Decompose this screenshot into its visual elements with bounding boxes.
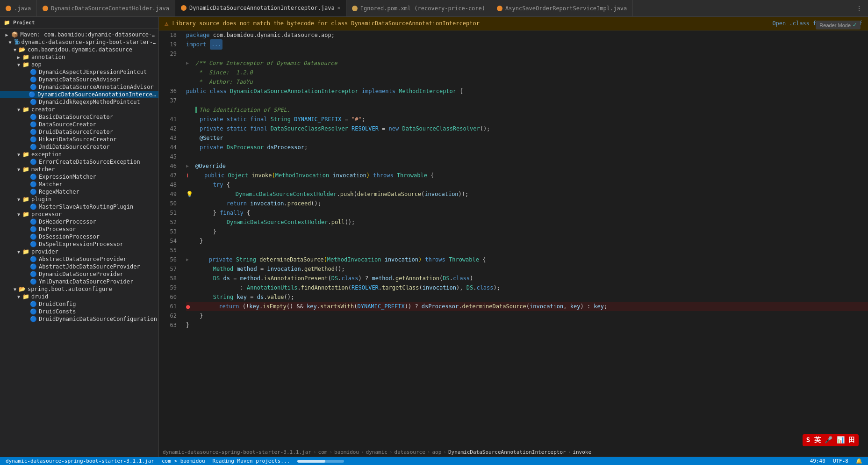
tree-item-maven[interactable]: ▶ 📦 Maven: com.baomidou:dynamic-datasour… xyxy=(0,31,158,38)
tree-item-expr-matcher[interactable]: 🔵 ExpressionMatcher xyxy=(0,173,158,181)
status-jar[interactable]: dynamic-datasource-spring-boot-starter-3… xyxy=(6,458,154,464)
java-class-icon: 🔵 xyxy=(30,241,37,247)
expand-arrow-icon: ▶ xyxy=(15,55,22,60)
tree-item-label: aop xyxy=(31,61,42,68)
tree-item-plugin[interactable]: ▼ 📁 plugin xyxy=(0,196,158,203)
java-class-icon: 🔵 xyxy=(30,308,37,315)
tree-item-matcher[interactable]: ▼ 📁 matcher xyxy=(0,166,158,173)
tree-item-processor[interactable]: ▼ 📁 processor xyxy=(0,211,158,218)
code-line-43: @Setter xyxy=(186,133,868,143)
tree-item-package-main[interactable]: ▼ 📂 com.baomidou.dynamic.datasource xyxy=(0,46,158,53)
reader-mode-button[interactable]: Reader Mode ✓ xyxy=(816,21,861,29)
tab-label: AsyncSaveOrderReportServiceImpl.java xyxy=(505,5,627,12)
tree-item-class-advisor1[interactable]: 🔵 DynamicDataSourceAdvisor xyxy=(0,76,158,83)
tree-item-label: exception xyxy=(31,151,62,158)
tree-item-datasource-creator[interactable]: 🔵 DataSourceCreator xyxy=(0,121,158,128)
tree-item-label: DruidDataSourceCreator xyxy=(39,129,113,135)
tab-overflow-icon[interactable]: ⋮ xyxy=(854,4,864,13)
expand-arrow-icon: ▼ xyxy=(15,152,22,157)
tree-item-abstract-jdbc-provider[interactable]: 🔵 AbstractJdbcDataSourceProvider xyxy=(0,263,158,270)
tree-item-yml-provider[interactable]: 🔵 YmlDynamicDataSourceProvider xyxy=(0,278,158,285)
code-line-empty xyxy=(186,49,868,58)
status-encoding[interactable]: UTF-8 xyxy=(833,458,848,464)
expand-arrow-icon: ▶ xyxy=(3,32,10,37)
breadcrumb-jar[interactable]: dynamic-datasource-spring-boot-starter-3… xyxy=(163,449,311,455)
tab-context-holder[interactable]: DynamicDataSourceContextHolder.java xyxy=(37,0,175,16)
status-right: 49:40 UTF-8 🔔 xyxy=(810,458,862,464)
tab-annotation-interceptor[interactable]: DynamicDataSourceAnnotationInterceptor.j… xyxy=(175,0,346,16)
tree-item-label: DruidConsts xyxy=(39,308,76,315)
tree-item-abstract-provider[interactable]: 🔵 AbstractDataSourceProvider xyxy=(0,255,158,263)
tree-item-dynamic-provider[interactable]: 🔵 DynamicDataSourceProvider xyxy=(0,270,158,278)
tree-item-label: HikariDataSourceCreator xyxy=(39,136,116,143)
breadcrumb-method[interactable]: invoke xyxy=(573,449,591,455)
code-content[interactable]: package com.baomidou.dynamic.datasource.… xyxy=(182,30,868,448)
breadcrumb-class[interactable]: DynamicDataSourceAnnotationInterceptor xyxy=(448,449,566,455)
tree-item-label: DynamicDataSourceAnnotationInterceptor xyxy=(37,91,158,98)
tree-item-basic-creator[interactable]: 🔵 BasicDataSourceCreator xyxy=(0,113,158,121)
tree-item-regex-matcher[interactable]: 🔵 RegexMatcher xyxy=(0,188,158,196)
editor-content[interactable]: 18 19 29 36 37 41 42 43 44 45 46 47 48 4… xyxy=(159,30,868,448)
folder-icon: 📁 xyxy=(22,61,29,68)
tab-java-icon xyxy=(43,6,48,11)
code-line-empty xyxy=(186,96,868,105)
tree-item-druid-consts[interactable]: 🔵 DruidConsts xyxy=(0,308,158,315)
tab-label: DynamicDataSourceContextHolder.java xyxy=(51,5,169,12)
status-path[interactable]: com > baomidou xyxy=(162,458,205,464)
tree-item-ds-header-processor[interactable]: 🔵 DsHeaderProcessor xyxy=(0,218,158,225)
expand-arrow-icon: ▼ xyxy=(15,249,22,254)
tree-item-exception[interactable]: ▼ 📁 exception xyxy=(0,151,158,158)
tree-item-creator[interactable]: ▼ 📁 creator xyxy=(0,106,158,113)
tree-item-label: DsHeaderProcessor xyxy=(39,218,96,225)
tree-item-hikari-creator[interactable]: 🔵 HikariDataSourceCreator xyxy=(0,136,158,143)
java-class-icon: 🔵 xyxy=(30,226,37,232)
status-notifications[interactable]: 🔔 xyxy=(856,458,862,464)
status-progress-bar xyxy=(297,460,344,463)
tree-item-error-exception[interactable]: 🔵 ErrorCreateDataSourceException xyxy=(0,158,158,166)
tab-java-short[interactable]: .java xyxy=(0,0,37,16)
tree-item-master-slave-plugin[interactable]: 🔵 MasterSlaveAutoRoutingPlugin xyxy=(0,203,158,211)
package-icon: 📂 xyxy=(19,286,26,292)
tab-ignored-pom[interactable]: Ignored.pom.xml (recovery-price-core) xyxy=(346,0,491,16)
tree-item-druid-config2[interactable]: 🔵 DruidDynamicDataSourceConfiguration xyxy=(0,315,158,323)
tab-close-icon[interactable]: ✕ xyxy=(337,5,340,10)
code-line-58: DS ds = method.isAnnotationPresent(DS.cl… xyxy=(186,274,868,283)
tab-label: .java xyxy=(14,5,31,12)
tab-java-icon xyxy=(181,5,187,11)
tree-item-matcher-class[interactable]: 🔵 Matcher xyxy=(0,181,158,188)
tab-async-save[interactable]: AsyncSaveOrderReportServiceImpl.java xyxy=(491,0,633,16)
tree-item-class-advisor2[interactable]: 🔵 DynamicDataSourceAnnotationAdvisor xyxy=(0,83,158,91)
folder-icon: 📁 xyxy=(22,248,29,255)
tree-item-class-aspect[interactable]: 🔵 DynamicAspectJExpressionPointcut xyxy=(0,68,158,76)
breadcrumb: dynamic-datasource-spring-boot-starter-3… xyxy=(159,448,868,457)
java-class-icon: 🔵 xyxy=(30,99,37,105)
code-line-62: } xyxy=(186,311,868,320)
expand-arrow-icon: ▼ xyxy=(15,62,22,67)
folder-icon: 📁 xyxy=(22,151,29,158)
status-position[interactable]: 49:40 xyxy=(810,458,825,464)
tree-item-label: BasicDataSourceCreator xyxy=(39,114,113,120)
tree-item-spring-autoconfigure[interactable]: ▼ 📂 spring.boot.autoconfigure xyxy=(0,285,158,293)
tree-item-druid-config[interactable]: 🔵 DruidConfig xyxy=(0,300,158,308)
tree-item-aop[interactable]: ▼ 📁 aop xyxy=(0,61,158,68)
code-line-doc: * Author: TaoYu xyxy=(186,77,868,87)
tree-item-provider[interactable]: ▼ 📁 provider xyxy=(0,248,158,255)
s-widget-label[interactable]: S 英 🎤 📊 田 xyxy=(806,436,855,444)
code-line-import[interactable]: import ... xyxy=(186,40,868,49)
tree-item-annotation[interactable]: ▶ 📁 annotation xyxy=(0,53,158,61)
tree-item-druid[interactable]: ▼ 📁 druid xyxy=(0,293,158,300)
tree-item-class-interceptor[interactable]: 🔵 DynamicDataSourceAnnotationInterceptor xyxy=(0,91,158,98)
folder-icon: 📁 xyxy=(22,196,29,203)
tree-item-label: AbstractDataSourceProvider xyxy=(39,256,127,262)
tree-item-ds-spel-processor[interactable]: 🔵 DsSpelExpressionProcessor xyxy=(0,240,158,248)
sidebar-tree[interactable]: ▶ 📦 Maven: com.baomidou:dynamic-datasour… xyxy=(0,29,158,457)
tree-item-label: JndiDataSourceCreator xyxy=(39,144,110,150)
tree-item-jar[interactable]: ▼ 🗜 dynamic-datasource-spring-boot-start… xyxy=(0,38,158,46)
code-line-50: return invocation.proceed(); xyxy=(186,199,868,208)
tree-item-jndi-creator[interactable]: 🔵 JndiDataSourceCreator xyxy=(0,143,158,151)
tree-item-class-jdk[interactable]: 🔵 DynamicJdkRegexpMethodPointcut xyxy=(0,98,158,106)
tree-item-ds-processor[interactable]: 🔵 DsProcessor xyxy=(0,225,158,233)
tree-item-ds-session-processor[interactable]: 🔵 DsSessionProcessor xyxy=(0,233,158,240)
tree-item-druid-creator[interactable]: 🔵 DruidDataSourceCreator xyxy=(0,128,158,136)
code-line-doc: ▶ /** Core Interceptor of Dynamic Dataso… xyxy=(186,58,868,68)
